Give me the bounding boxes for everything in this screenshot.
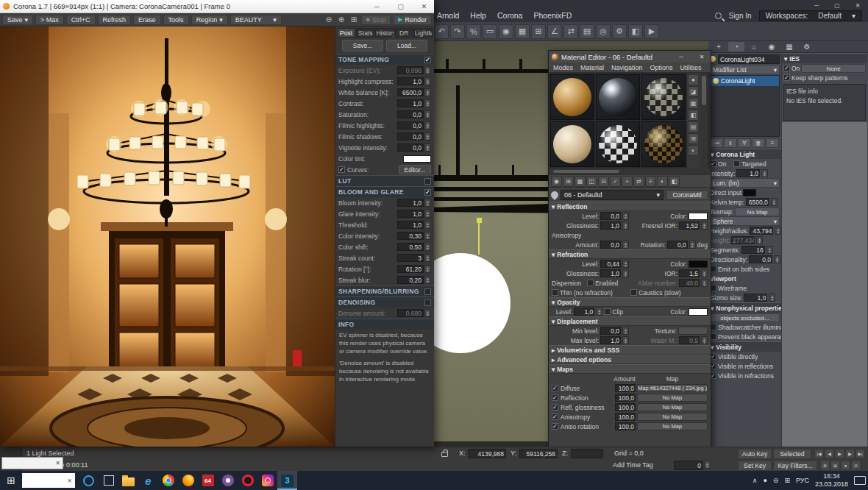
material-slot[interactable] <box>641 74 686 120</box>
refl-color-swatch[interactable] <box>689 213 708 220</box>
anisotropy-map-button[interactable]: No Map <box>637 413 708 421</box>
spinner[interactable] <box>761 169 768 177</box>
align-icon[interactable]: ▤ <box>580 24 594 39</box>
tab-post[interactable]: Post <box>337 28 355 38</box>
taskbar-firefox[interactable] <box>178 471 198 490</box>
rollout-sharpening[interactable]: SHARPENING/BLURRING <box>335 285 434 297</box>
material-editor-titlebar[interactable]: Material Editor - 06 - Defaultd ─ ✕ <box>549 51 711 63</box>
tools-button[interactable]: Tools <box>163 15 189 25</box>
streak-count-field[interactable]: 3 <box>397 254 424 262</box>
modifier-list-dropdown[interactable]: Modifier List ▾ <box>710 65 780 74</box>
spinner[interactable] <box>424 143 431 152</box>
reset-map-icon[interactable]: ◫ <box>586 176 597 187</box>
streak-blur-field[interactable]: 0,20 <box>397 276 424 284</box>
zoom-out-icon[interactable]: ⊖ <box>324 15 334 25</box>
rotation-field[interactable]: 61,20 <box>397 265 424 273</box>
spinner[interactable] <box>766 246 773 254</box>
notification-toast[interactable]: ✕ <box>1 457 63 469</box>
filmic-shadows-field[interactable]: 0,0 <box>397 132 424 141</box>
rollout-denoising[interactable]: DENOISING <box>335 297 434 308</box>
key-filters-button[interactable]: Key Filters... <box>773 461 817 471</box>
x-coordinate-field[interactable]: 4139,988 <box>468 449 506 458</box>
rollout-corona-light[interactable]: ▾Corona Light <box>708 149 781 159</box>
material-slot[interactable] <box>550 121 594 167</box>
refl-level-field[interactable]: 0,0 <box>600 212 621 220</box>
rollout-opacity[interactable]: ▾Opacity <box>549 297 711 307</box>
ies-on-checkbox[interactable] <box>783 65 790 71</box>
direct-input-swatch[interactable] <box>743 189 756 196</box>
bloom-checkbox[interactable] <box>424 189 431 196</box>
sample-tiling-icon[interactable]: ◧ <box>688 110 699 121</box>
spinner[interactable] <box>424 110 431 118</box>
menu-corona[interactable]: Corona <box>497 11 522 20</box>
tab-lightmix[interactable]: LightMix <box>414 28 433 38</box>
spinner[interactable] <box>424 243 431 251</box>
refr-color-swatch[interactable] <box>689 260 708 268</box>
menu-navigation[interactable]: Navigation <box>611 64 643 71</box>
language-indicator[interactable]: РУС <box>796 477 809 484</box>
select-by-name-icon[interactable]: ◉ <box>499 24 513 39</box>
render-setup-icon[interactable]: ⚙ <box>612 24 627 39</box>
zoom-in-icon[interactable]: ⊕ <box>336 15 346 25</box>
stack-item-coronalight[interactable]: CoronaLight <box>711 76 779 86</box>
notification-center-icon[interactable] <box>854 476 866 485</box>
aniso-rotation-map-checkbox[interactable] <box>552 423 558 430</box>
pin-stack-icon[interactable]: -∞ <box>710 138 723 148</box>
material-slot[interactable] <box>641 121 686 167</box>
select-by-material-icon[interactable]: ◐ <box>688 145 699 156</box>
aniso-rotation-map-button[interactable]: No Map <box>637 422 708 430</box>
options-icon[interactable]: ⊞ <box>688 133 699 144</box>
tray-expand-icon[interactable]: ∧ <box>753 477 758 484</box>
menu-options[interactable]: Options <box>650 64 673 71</box>
glare-intensity-field[interactable]: 1,0 <box>397 210 424 218</box>
rollout-reflection[interactable]: ▾Reflection <box>549 202 711 211</box>
rollout-lut[interactable]: LUT <box>335 175 434 186</box>
spinner[interactable] <box>424 77 431 85</box>
aniso-rotation-field[interactable]: 0,0 <box>667 241 688 249</box>
save-config-button[interactable]: Save... <box>342 40 383 52</box>
background-icon[interactable]: ▦ <box>688 98 699 109</box>
tab-utilities[interactable]: ⚙ <box>799 42 815 52</box>
spinner[interactable] <box>771 198 778 206</box>
aniso-amount-field[interactable]: 0,0 <box>600 241 621 249</box>
rollout-nonphysical[interactable]: ▾Nonphysical properties <box>708 302 781 313</box>
keep-sharp-checkbox[interactable] <box>783 74 790 81</box>
set-key-button[interactable]: Set Key <box>738 461 772 471</box>
close-icon[interactable]: ✕ <box>693 51 711 63</box>
stop-button[interactable]: ■Stop <box>361 15 391 25</box>
spinner[interactable] <box>701 279 708 287</box>
exposure-field[interactable]: 0,096 <box>397 66 424 74</box>
taskbar-edge[interactable]: e <box>138 471 158 490</box>
refr-ior-field[interactable]: 1,5 <box>679 269 700 277</box>
opacity-color-swatch[interactable] <box>689 308 708 316</box>
show-end-result-icon[interactable]: ≡ <box>645 176 656 187</box>
spinner[interactable] <box>424 199 431 207</box>
spinner[interactable] <box>424 232 431 240</box>
to-max-button[interactable]: > Max <box>35 15 64 25</box>
spinner[interactable] <box>424 132 431 141</box>
workspaces-dropdown[interactable]: Workspaces: Default ▾ <box>759 10 862 21</box>
ies-none-button[interactable]: None <box>801 64 866 73</box>
spinner[interactable] <box>424 265 431 273</box>
zoom-extents-icon[interactable]: ⊞ <box>830 461 840 470</box>
refl-gloss-amount-field[interactable]: 100,0 <box>615 403 636 411</box>
tab-create[interactable]: + <box>711 42 727 52</box>
spinner[interactable] <box>622 269 629 277</box>
rollout-ies[interactable]: ▾IES <box>782 53 867 63</box>
lut-checkbox[interactable] <box>424 178 431 185</box>
rollout-bloom-glare[interactable]: BLOOM AND GLARE <box>335 186 434 197</box>
spinner[interactable] <box>622 241 629 249</box>
sample-type-icon[interactable]: ● <box>688 74 699 85</box>
spinner[interactable] <box>701 336 708 344</box>
show-end-result-icon[interactable]: ‖ <box>724 138 737 148</box>
save-button[interactable]: Save▾ <box>2 15 33 25</box>
zoom-fit-icon[interactable]: ⊞ <box>349 15 359 25</box>
spinner[interactable] <box>424 66 431 74</box>
anisotropy-amount-field[interactable]: 100,0 <box>615 413 636 421</box>
show-map-icon[interactable]: ⇄ <box>633 176 644 187</box>
spinner[interactable] <box>424 99 431 107</box>
angle-snap-icon[interactable]: ∠ <box>547 24 562 39</box>
taskbar-aida64[interactable]: 64 <box>198 471 218 490</box>
menu-phoenixfd[interactable]: PhoenixFD <box>533 11 572 20</box>
menu-modes[interactable]: Modes <box>553 64 573 71</box>
